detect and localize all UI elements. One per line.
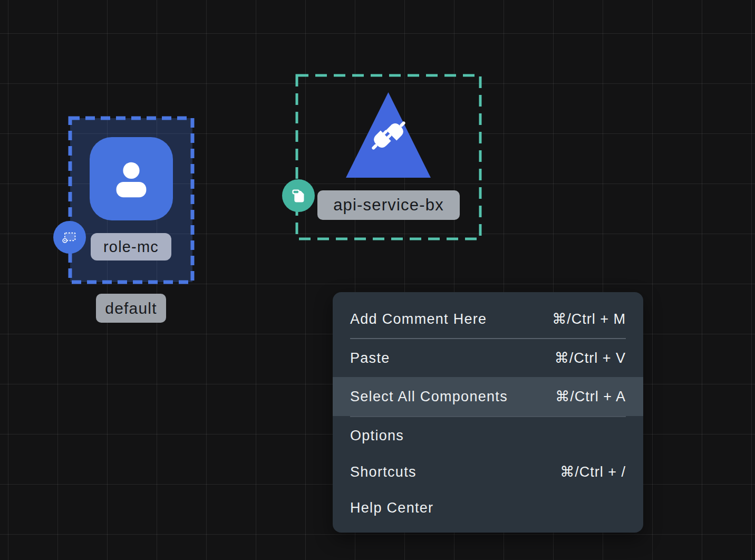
menu-item-help-center[interactable]: Help Center — [333, 490, 643, 526]
api-node-save-badge[interactable] — [282, 179, 315, 212]
default-group-label: default — [96, 294, 166, 323]
marquee-selection-icon — [61, 229, 79, 246]
role-node-selection-badge[interactable] — [53, 221, 86, 254]
save-icon — [289, 187, 307, 205]
context-menu: Add Comment Here ⌘/Ctrl + M Paste ⌘/Ctrl… — [333, 292, 643, 533]
menu-item-label: Paste — [350, 350, 390, 366]
menu-item-label: Help Center — [350, 500, 433, 516]
menu-item-add-comment[interactable]: Add Comment Here ⌘/Ctrl + M — [333, 300, 643, 338]
menu-item-shortcut: ⌘/Ctrl + / — [560, 464, 626, 480]
menu-item-label: Shortcuts — [350, 464, 417, 480]
api-node-label[interactable]: api-service-bx — [317, 190, 460, 220]
role-node[interactable] — [90, 137, 173, 220]
menu-item-options[interactable]: Options — [333, 417, 643, 454]
role-node-label-text: role-mc — [103, 238, 159, 256]
role-node-label[interactable]: role-mc — [91, 233, 171, 260]
menu-item-shortcut: ⌘/Ctrl + A — [555, 388, 626, 405]
menu-item-shortcut: ⌘/Ctrl + M — [552, 311, 626, 327]
menu-item-paste[interactable]: Paste ⌘/Ctrl + V — [333, 339, 643, 377]
api-node-label-text: api-service-bx — [333, 196, 444, 215]
menu-item-shortcuts[interactable]: Shortcuts ⌘/Ctrl + / — [333, 454, 643, 490]
plug-icon — [365, 112, 412, 159]
default-group-label-text: default — [105, 300, 157, 317]
menu-item-label: Select All Components — [350, 389, 508, 405]
menu-item-shortcut: ⌘/Ctrl + V — [555, 350, 626, 366]
menu-item-label: Add Comment Here — [350, 311, 487, 327]
menu-item-select-all-components[interactable]: Select All Components ⌘/Ctrl + A — [333, 377, 643, 416]
user-icon — [106, 153, 157, 204]
menu-item-label: Options — [350, 428, 404, 444]
diagram-canvas[interactable]: role-mc default — [0, 0, 755, 560]
